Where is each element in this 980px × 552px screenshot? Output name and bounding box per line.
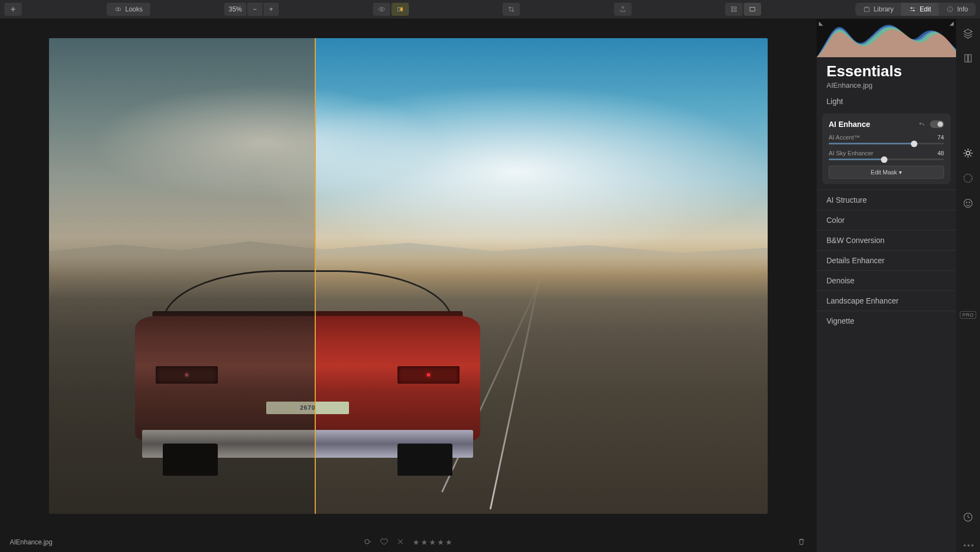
- looks-icon: [114, 5, 122, 13]
- compare-split-handle[interactable]: [315, 38, 316, 514]
- edit-mask-button[interactable]: Edit Mask ▾: [829, 166, 944, 179]
- image-preview[interactable]: 2670 Before After: [49, 38, 768, 514]
- compare-icon: [396, 5, 404, 13]
- crop-button[interactable]: [503, 3, 520, 16]
- canvas-area: 2670 Before After AIEnhance.jpg: [0, 19, 817, 552]
- section-ai-enhance: AI Enhance AI Accent™ 74 AI Sky Enhancer: [822, 113, 951, 184]
- ai-accent-slider[interactable]: AI Accent™ 74: [829, 134, 944, 144]
- x-icon: [396, 537, 405, 546]
- rail-essentials[interactable]: [960, 145, 976, 161]
- svg-rect-16: [969, 54, 971, 62]
- export-button[interactable]: [614, 3, 632, 16]
- footer-filename: AIEnhance.jpg: [10, 538, 52, 546]
- rating-stars[interactable]: ★★★★★: [413, 538, 454, 547]
- svg-point-14: [365, 539, 369, 544]
- eye-icon: [378, 5, 385, 13]
- svg-rect-3: [397, 8, 400, 11]
- tool-rail: PRO: [956, 19, 980, 552]
- ai-accent-value: 74: [938, 134, 944, 141]
- ai-accent-label: AI Accent™: [829, 134, 860, 141]
- clock-icon: [963, 512, 973, 523]
- favorite-button[interactable]: [380, 537, 389, 548]
- zoom-controls: 35% − +: [224, 3, 279, 16]
- panel-filename: AIEnhance.jpg: [817, 81, 956, 94]
- ai-enhance-toggle[interactable]: [930, 120, 944, 128]
- section-denoise[interactable]: Denoise: [817, 270, 956, 290]
- svg-point-12: [913, 10, 914, 11]
- section-bw[interactable]: B&W Conversion: [817, 230, 956, 250]
- ai-sky-label: AI Sky Enhancer: [829, 150, 873, 156]
- delete-button[interactable]: [797, 537, 806, 548]
- undo-icon[interactable]: [918, 120, 926, 128]
- export-icon: [619, 5, 627, 13]
- canvas-icon: [963, 53, 973, 64]
- zoom-out-button[interactable]: −: [247, 3, 262, 16]
- top-toolbar: Looks 35% − + Library: [0, 0, 980, 19]
- svg-point-21: [969, 202, 970, 203]
- section-vignette[interactable]: Vignette: [817, 311, 956, 331]
- section-landscape[interactable]: Landscape Enhancer: [817, 290, 956, 311]
- rail-creative[interactable]: [960, 171, 976, 186]
- section-details[interactable]: Details Enhancer: [817, 250, 956, 270]
- section-light[interactable]: Light: [817, 94, 956, 111]
- compare-view-button[interactable]: [391, 3, 409, 16]
- heart-icon: [380, 537, 389, 546]
- sun-icon: [963, 148, 973, 159]
- svg-rect-6: [734, 7, 737, 9]
- looks-button[interactable]: Looks: [107, 3, 150, 16]
- preview-eye-button[interactable]: [373, 3, 390, 16]
- svg-rect-4: [400, 8, 402, 11]
- ai-enhance-title: AI Enhance: [829, 120, 870, 129]
- trash-icon: [797, 537, 806, 546]
- svg-rect-9: [750, 8, 755, 11]
- tab-library[interactable]: Library: [855, 3, 902, 16]
- svg-point-2: [381, 9, 382, 10]
- reject-button[interactable]: [396, 537, 405, 548]
- section-ai-structure[interactable]: AI Structure: [817, 190, 956, 210]
- section-color[interactable]: Color: [817, 210, 956, 230]
- add-button[interactable]: [4, 3, 22, 16]
- tab-edit[interactable]: Edit: [901, 3, 939, 16]
- zoom-in-button[interactable]: +: [264, 3, 279, 16]
- grid-icon: [730, 5, 738, 13]
- library-icon: [863, 5, 871, 13]
- shadow-clip-indicator[interactable]: ◣: [819, 20, 823, 26]
- rail-history[interactable]: [960, 509, 976, 525]
- rail-portrait[interactable]: [960, 196, 976, 211]
- sliders-icon: [909, 5, 916, 13]
- grid-view-button[interactable]: [725, 3, 743, 16]
- svg-point-1: [118, 8, 121, 11]
- footer-bar: AIEnhance.jpg ★★★★★: [0, 532, 817, 552]
- svg-point-18: [964, 174, 972, 183]
- layers-icon: [963, 28, 973, 39]
- ai-sky-value: 48: [938, 150, 944, 156]
- highlight-clip-indicator[interactable]: ◢: [950, 20, 954, 26]
- histogram[interactable]: ◣ ◢: [817, 19, 956, 57]
- info-icon: [946, 5, 954, 13]
- svg-point-20: [966, 202, 967, 203]
- svg-rect-8: [734, 10, 737, 12]
- svg-rect-7: [731, 10, 733, 12]
- svg-point-17: [966, 151, 970, 155]
- single-view-button[interactable]: [744, 3, 761, 16]
- more-button[interactable]: [964, 544, 973, 547]
- svg-point-11: [911, 8, 912, 9]
- circle-icon: [364, 537, 372, 546]
- face-icon: [963, 198, 973, 209]
- mode-tabs: Library Edit Info: [855, 3, 976, 16]
- panel-title: Essentials: [817, 57, 956, 81]
- ai-sky-slider[interactable]: AI Sky Enhancer 48: [829, 150, 944, 160]
- rail-canvas[interactable]: [960, 51, 976, 66]
- rail-layers[interactable]: [960, 26, 976, 41]
- svg-rect-10: [864, 8, 869, 11]
- looks-label: Looks: [125, 5, 143, 13]
- color-tag-button[interactable]: [364, 537, 372, 548]
- tab-info[interactable]: Info: [939, 3, 976, 16]
- svg-point-0: [115, 8, 119, 11]
- svg-rect-15: [965, 54, 967, 62]
- zoom-level[interactable]: 35%: [224, 3, 246, 16]
- edit-sidebar: ◣ ◢ Essentials AIEnhance.jpg Light AI En…: [817, 19, 956, 552]
- palette-icon: [963, 173, 973, 184]
- svg-rect-5: [731, 7, 733, 9]
- pro-badge[interactable]: PRO: [960, 311, 976, 319]
